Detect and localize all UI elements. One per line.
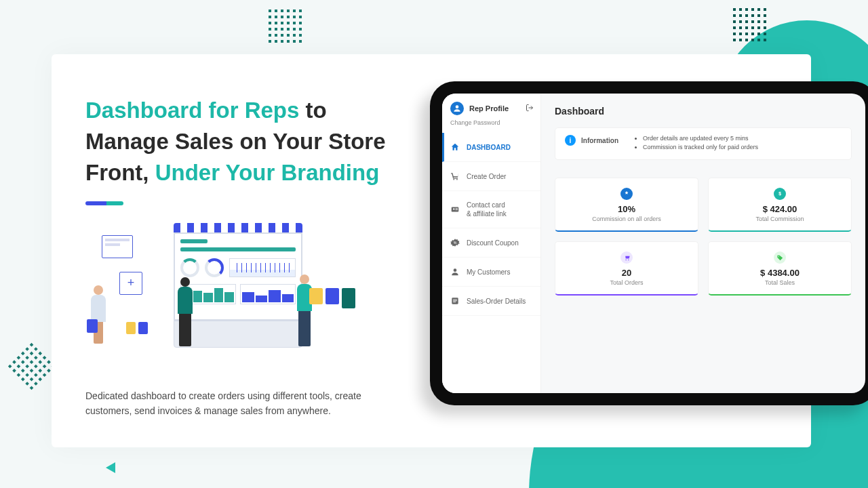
svg-rect-5 bbox=[456, 208, 458, 209]
nav-label: DASHBOARD bbox=[467, 143, 511, 152]
svg-rect-6 bbox=[456, 209, 458, 210]
stat-label: Commission on all orders bbox=[561, 216, 692, 222]
coupon-icon: % bbox=[450, 238, 460, 247]
info-icon: i bbox=[565, 135, 576, 146]
tablet-device-frame: Rep Profile Change Password DASHBOARD Cr… bbox=[430, 81, 868, 405]
profile-header: Rep Profile bbox=[442, 94, 540, 119]
stat-value: 20 bbox=[561, 268, 692, 278]
shopper-figure-2 bbox=[168, 277, 202, 346]
stat-label: Total Orders bbox=[561, 279, 692, 286]
nav-list: DASHBOARD Create Order Contact card & af… bbox=[442, 133, 540, 316]
stat-total-orders: 20 Total Orders bbox=[555, 241, 698, 296]
dots-decoration-top-left bbox=[269, 9, 302, 43]
info-item: Commission is tracked only for paid orde… bbox=[643, 144, 758, 150]
storefront-illustration: + bbox=[85, 219, 384, 375]
arrow-decoration bbox=[106, 462, 115, 473]
stat-value: 10% bbox=[561, 204, 692, 214]
nav-my-customers[interactable]: My Customers bbox=[442, 258, 540, 287]
home-icon bbox=[450, 142, 460, 152]
svg-point-2 bbox=[456, 179, 458, 180]
svg-point-4 bbox=[453, 208, 454, 209]
heading-underline bbox=[85, 201, 123, 205]
dollar-icon: $ bbox=[774, 188, 786, 200]
nav-label: Discount Coupon bbox=[467, 239, 519, 247]
nav-label: Create Order bbox=[467, 172, 506, 181]
shopping-bags-1 bbox=[309, 288, 355, 308]
shopper-figure-1 bbox=[81, 285, 115, 344]
info-bar: i Information Order details are updated … bbox=[555, 127, 852, 160]
svg-point-0 bbox=[456, 105, 459, 108]
nav-label: Sales-Order Details bbox=[467, 297, 526, 306]
svg-point-14 bbox=[778, 256, 778, 256]
stats-grid: 10% Commission on all orders $ $ 424.00 … bbox=[555, 178, 852, 296]
dots-decoration-bottom-left bbox=[8, 343, 55, 390]
cart-icon bbox=[450, 171, 460, 181]
info-item: Order details are updated every 5 mins bbox=[643, 135, 758, 142]
info-list: Order details are updated every 5 mins C… bbox=[633, 135, 758, 152]
stat-total-commission: $ $ 424.00 Total Commission bbox=[708, 178, 852, 232]
sidebar: Rep Profile Change Password DASHBOARD Cr… bbox=[442, 94, 541, 393]
stat-commission-rate: 10% Commission on all orders bbox=[555, 178, 698, 232]
stat-label: Total Commission bbox=[714, 216, 846, 222]
dots-decoration-top-right bbox=[733, 8, 766, 41]
svg-rect-12 bbox=[453, 302, 456, 302]
heading-accent-2: Under Your Branding bbox=[155, 160, 380, 185]
tablet-screen: Rep Profile Change Password DASHBOARD Cr… bbox=[442, 94, 865, 393]
svg-text:%: % bbox=[454, 241, 457, 245]
nav-create-order[interactable]: Create Order bbox=[442, 162, 540, 191]
change-password-link[interactable]: Change Password bbox=[442, 119, 540, 133]
card-icon bbox=[450, 205, 460, 214]
shopping-bags-3 bbox=[126, 322, 148, 334]
stat-total-sales: $ 4384.00 Total Sales bbox=[708, 241, 852, 296]
badge-icon bbox=[620, 188, 633, 200]
cart-icon bbox=[620, 251, 633, 264]
plus-box-icon: + bbox=[119, 272, 142, 295]
svg-point-1 bbox=[453, 179, 454, 180]
nav-contact-card[interactable]: Contact card & affiliate link bbox=[442, 191, 540, 228]
user-icon bbox=[450, 267, 460, 277]
profile-name: Rep Profile bbox=[469, 104, 509, 113]
heading: Dashboard for Reps to Manage Sales on Yo… bbox=[85, 95, 397, 189]
svg-point-8 bbox=[454, 268, 457, 272]
description-text: Dedicated dashboard to create orders usi… bbox=[85, 388, 370, 419]
document-icon bbox=[102, 235, 133, 258]
tag-icon bbox=[774, 251, 786, 264]
stat-label: Total Sales bbox=[714, 279, 846, 286]
info-title: Information bbox=[581, 137, 618, 144]
stat-value: $ 424.00 bbox=[714, 204, 846, 214]
main-panel: Dashboard i Information Order details ar… bbox=[541, 94, 865, 393]
nav-label: My Customers bbox=[467, 268, 510, 277]
nav-discount-coupon[interactable]: % Discount Coupon bbox=[442, 228, 540, 258]
page-title: Dashboard bbox=[555, 106, 852, 117]
stat-value: $ 4384.00 bbox=[714, 268, 846, 278]
svg-text:$: $ bbox=[778, 191, 781, 197]
list-icon bbox=[450, 296, 460, 306]
logout-icon[interactable] bbox=[526, 102, 534, 115]
nav-sales-order[interactable]: Sales-Order Details bbox=[442, 287, 540, 316]
shopper-figure-3 bbox=[288, 274, 321, 346]
nav-dashboard[interactable]: DASHBOARD bbox=[442, 133, 540, 162]
heading-accent-1: Dashboard for Reps bbox=[85, 98, 299, 123]
avatar-icon bbox=[450, 102, 464, 115]
nav-label: Contact card & affiliate link bbox=[467, 201, 507, 218]
svg-rect-11 bbox=[453, 300, 457, 301]
shopping-bags-2 bbox=[87, 319, 98, 333]
svg-rect-10 bbox=[453, 300, 457, 300]
